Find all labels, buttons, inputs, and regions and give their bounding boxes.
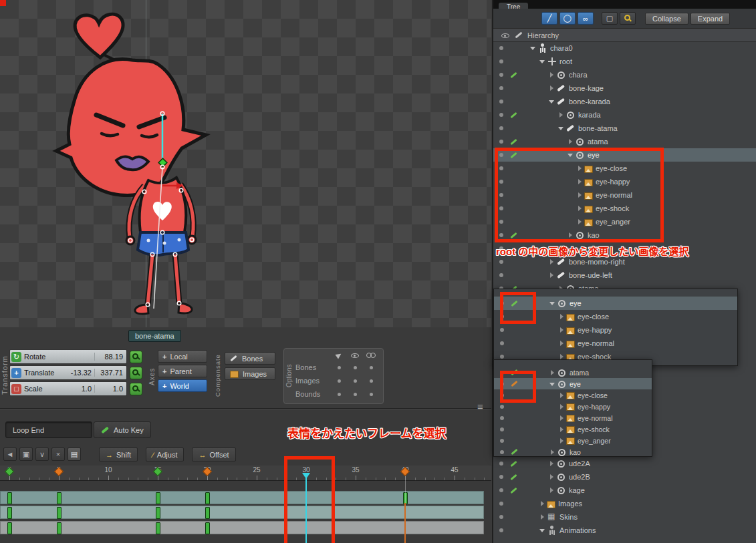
expander-arrow[interactable] (558, 436, 566, 445)
brush-tool-button[interactable]: ╱ (541, 12, 557, 25)
expander-arrow[interactable] (576, 217, 584, 226)
node-label[interactable]: eye-shock (578, 425, 610, 433)
expander-arrow[interactable] (558, 339, 566, 348)
node-label[interactable]: Animations (559, 526, 596, 534)
expander-arrow[interactable] (576, 204, 584, 213)
compensate-button[interactable]: Images (225, 367, 275, 380)
expander-arrow[interactable] (558, 325, 566, 335)
bone-link-icon[interactable] (510, 152, 517, 159)
timeline-icon-button[interactable]: × (51, 447, 65, 461)
bone-link-icon[interactable] (511, 380, 518, 387)
visibility-dot[interactable] (499, 260, 503, 264)
visibility-dot[interactable] (499, 515, 503, 519)
visibility-dot[interactable] (500, 427, 504, 431)
keyframe-marker[interactable] (153, 467, 162, 476)
expander-arrow[interactable] (549, 447, 557, 457)
options-row[interactable]: Bounds (295, 387, 379, 401)
keyframe-marker[interactable] (203, 467, 212, 476)
tree-row[interactable]: eye-happy (494, 401, 652, 412)
visibility-dot[interactable] (500, 328, 504, 332)
bone-link-icon[interactable] (510, 460, 517, 468)
keyframe-marker[interactable] (5, 467, 14, 476)
tree-row[interactable]: root (493, 55, 756, 68)
visibility-dot[interactable] (500, 450, 504, 454)
visibility-dot[interactable] (500, 355, 504, 359)
tree-row[interactable]: eye-shock (494, 423, 652, 435)
tree-row[interactable]: eye-close (494, 389, 652, 401)
visibility-dot[interactable] (499, 193, 503, 197)
expander-arrow[interactable] (576, 190, 584, 200)
node-label[interactable]: eye-close (578, 391, 608, 399)
tree-row[interactable]: eye-normal (494, 337, 737, 350)
node-label[interactable]: eye-shock (596, 204, 629, 212)
options-row[interactable]: Bones (295, 361, 379, 374)
tree-row[interactable]: bone-atama (493, 122, 756, 135)
bone-link-icon[interactable] (510, 232, 517, 239)
node-label[interactable]: eye-happy (578, 326, 612, 334)
expander-arrow[interactable] (539, 512, 547, 522)
bone-link-icon[interactable] (510, 112, 517, 119)
keyframe-bar[interactable] (57, 492, 61, 504)
visibility-dot[interactable] (499, 46, 503, 50)
tree-row[interactable]: Animations (493, 524, 756, 537)
tree-row[interactable]: eye_anger (494, 435, 652, 446)
tree-row[interactable]: ude2B (493, 470, 756, 484)
visibility-dot[interactable] (499, 180, 503, 184)
transform-row[interactable]: Translate -13.32 337.71 (9, 365, 127, 380)
expander-arrow[interactable] (549, 379, 557, 389)
tree-row[interactable]: eye (494, 297, 737, 310)
axes-button[interactable]: World (158, 379, 207, 392)
timeline-icon-button[interactable]: ▣ (19, 447, 33, 461)
frame-select-button[interactable]: ▢ (602, 12, 618, 25)
tree-row[interactable]: eye_anger (493, 215, 756, 228)
tree-row[interactable]: eye-normal (494, 412, 652, 423)
key-filter-button[interactable] (620, 12, 636, 25)
tree-row[interactable]: Images (493, 497, 756, 510)
bone-link-icon[interactable] (511, 300, 518, 307)
node-label[interactable]: bone-momo-right (569, 258, 625, 266)
transform-row[interactable]: Rotate 88.19 (9, 349, 127, 364)
node-label[interactable]: Skins (559, 513, 578, 521)
bone-link-icon[interactable] (510, 71, 517, 79)
node-label[interactable]: eye_anger (596, 218, 630, 226)
node-label[interactable]: atama (570, 369, 589, 377)
tree-row[interactable]: eye-normal (493, 188, 756, 202)
node-label[interactable]: eye-normal (578, 339, 614, 347)
tree-row[interactable]: atama (493, 135, 756, 148)
expander-arrow[interactable] (548, 70, 556, 79)
tree-row[interactable]: bone-kage (493, 81, 756, 95)
transform-value[interactable]: 1.0 (94, 385, 126, 393)
tree-row[interactable]: bone-karada (493, 95, 756, 108)
node-label[interactable]: bone-atama (578, 124, 618, 132)
keyframe-marker[interactable] (54, 467, 64, 476)
keyframe-bar[interactable] (156, 492, 160, 504)
keyframe-bar[interactable] (156, 522, 160, 534)
node-label[interactable]: kage (569, 486, 585, 494)
link-tool-button[interactable]: ∞ (578, 12, 594, 25)
keyframe-bar[interactable] (57, 522, 61, 534)
node-label[interactable]: chara (569, 71, 588, 79)
timeline-tool-button[interactable]: ∕ Adjust (146, 447, 184, 462)
expander-arrow[interactable] (548, 257, 556, 266)
tab-tree[interactable]: Tree (499, 3, 528, 9)
node-label[interactable]: atama (588, 138, 608, 146)
expander-arrow[interactable] (558, 413, 566, 423)
tree-row[interactable]: kage (493, 484, 756, 497)
expander-arrow[interactable] (557, 124, 565, 133)
node-label[interactable]: kao (588, 231, 600, 239)
option-dot[interactable] (354, 379, 357, 383)
option-dot[interactable] (354, 366, 357, 369)
visibility-dot[interactable] (499, 233, 503, 237)
visibility-dot[interactable] (499, 273, 503, 277)
node-label[interactable]: karada (578, 111, 601, 119)
tree-row[interactable]: atama (494, 367, 652, 378)
keyframe-bar[interactable] (7, 522, 12, 534)
expander-arrow[interactable] (567, 230, 575, 240)
visibility-dot[interactable] (500, 382, 504, 386)
expander-arrow[interactable] (539, 499, 547, 508)
keyframe-bar[interactable] (156, 507, 160, 519)
keyframe-bar[interactable] (7, 507, 12, 519)
tree-row[interactable]: kao (493, 228, 756, 242)
visibility-dot[interactable] (499, 153, 503, 157)
expander-arrow[interactable] (549, 299, 557, 308)
